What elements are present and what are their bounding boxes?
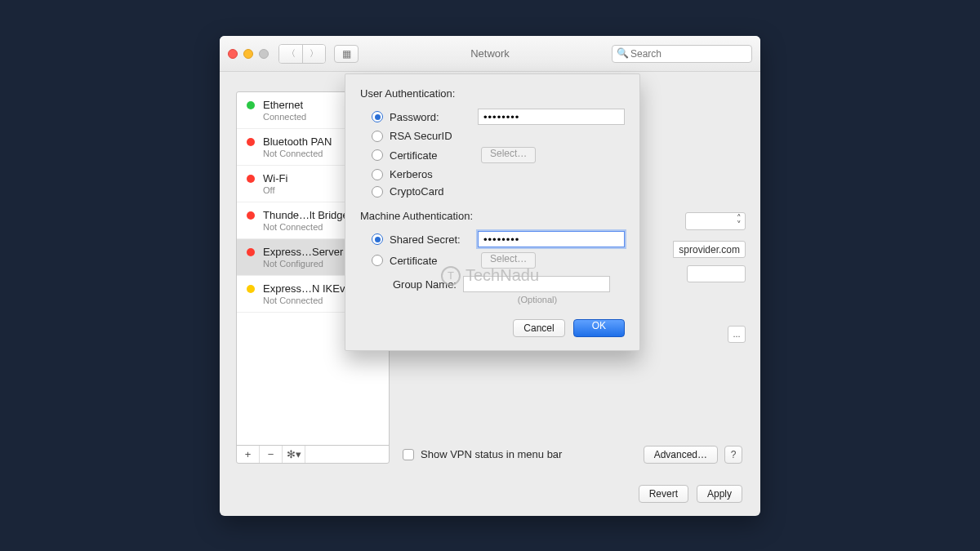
group-name-row: Group Name: [360,271,625,292]
action-menu-button[interactable]: ✻▾ [283,446,305,463]
machine-auth-certificate-row[interactable]: Certificate Select… [360,250,625,271]
apply-button[interactable]: Apply [697,485,742,503]
group-name-label: Group Name: [372,278,457,291]
advanced-button[interactable]: Advanced… [644,446,718,464]
chevron-updown-icon: ˄˅ [737,215,742,228]
remove-connection-button[interactable]: − [260,446,283,463]
account-name-peek [687,265,746,282]
radio-cryptocard[interactable] [372,186,383,198]
user-auth-password-row[interactable]: Password: [360,106,625,127]
vpn-status-row: Show VPN status in menu bar [403,448,562,460]
sheet-buttons: Cancel OK [360,319,625,337]
cancel-button[interactable]: Cancel [513,319,564,337]
password-input[interactable] [478,109,625,125]
sidebar-item-label: Ethernet [263,99,306,111]
show-all-button[interactable]: ▦ [334,45,359,63]
status-dot-icon [247,285,255,293]
status-dot-icon [247,138,255,146]
zoom-window-button[interactable] [259,49,269,59]
radio-machine-certificate-label: Certificate [390,255,474,267]
search-input[interactable] [612,45,752,63]
auth-settings-peek: ... [728,326,746,343]
radio-shared-secret-label: Shared Secret: [390,233,471,246]
back-button[interactable]: 〈 [279,45,302,63]
sidebar-item-label: Express…Server [263,246,343,258]
machine-auth-heading: Machine Authentication: [360,210,625,222]
configuration-popup[interactable]: ˄˅ [685,212,746,230]
status-dot-icon [247,101,255,109]
search-icon: 🔍 [617,47,629,59]
ok-button[interactable]: OK [573,319,625,337]
group-name-optional: (Optional) [468,295,607,304]
sidebar-item-status: Not Connected [263,222,349,232]
sidebar-item-status: Off [263,185,287,195]
close-window-button[interactable] [228,49,238,59]
minimize-window-button[interactable] [243,49,253,59]
radio-password-label: Password: [390,111,471,123]
sidebar-item-status: Not Connected [263,149,332,158]
advanced-row: Advanced… ? [644,446,742,464]
forward-button[interactable]: 〉 [302,45,325,63]
user-cert-select-button[interactable]: Select… [481,147,536,163]
show-vpn-status-label: Show VPN status in menu bar [421,448,562,460]
radio-shared-secret[interactable] [372,233,383,245]
show-vpn-status-checkbox[interactable] [403,449,414,460]
group-name-input[interactable] [463,276,610,292]
sidebar-item-status: Not Configured [263,259,343,269]
sidebar-item-label: Express…N IKEv2 [263,282,351,295]
help-button[interactable]: ? [724,446,742,464]
radio-rsa-label: RSA SecurID [390,130,452,142]
footer-buttons: Revert Apply [639,485,742,503]
radio-machine-certificate[interactable] [372,255,383,266]
search-wrap: 🔍 [612,45,752,63]
status-dot-icon [247,248,255,256]
user-auth-heading: User Authentication: [360,87,625,100]
sidebar-toolbar: + − ✻▾ [237,445,389,463]
revert-button[interactable]: Revert [639,485,688,503]
sidebar-item-status: Not Connected [263,295,351,305]
machine-auth-shared-secret-row[interactable]: Shared Secret: [360,229,625,250]
radio-cryptocard-label: CryptoCard [390,185,443,198]
shared-secret-input[interactable] [478,231,625,247]
sidebar-item-label: Bluetooth PAN [263,136,332,148]
user-auth-cryptocard-row[interactable]: CryptoCard [360,183,625,200]
radio-certificate-label: Certificate [390,149,474,162]
sidebar-item-label: Thunde…lt Bridge [263,209,349,221]
add-connection-button[interactable]: + [237,446,260,463]
authentication-sheet: User Authentication: Password: RSA Secur… [345,73,640,351]
user-auth-certificate-row[interactable]: Certificate Select… [360,144,625,166]
titlebar: 〈 〉 ▦ Network 🔍 [220,36,760,72]
status-dot-icon [247,211,255,220]
radio-rsa[interactable] [372,131,383,142]
status-dot-icon [247,175,255,183]
radio-kerberos-label: Kerberos [390,168,433,180]
sidebar-item-status: Connected [263,112,306,122]
user-auth-rsa-row[interactable]: RSA SecurID [360,127,625,144]
radio-kerberos[interactable] [372,169,383,180]
radio-password[interactable] [372,111,383,122]
sidebar-item-label: Wi-Fi [263,172,287,184]
window-controls [228,49,269,59]
server-address-peek: sprovider.com [673,241,746,258]
machine-cert-select-button[interactable]: Select… [481,252,536,269]
radio-certificate[interactable] [372,149,383,161]
nav-buttons: 〈 〉 [278,44,326,64]
user-auth-kerberos-row[interactable]: Kerberos [360,166,625,183]
